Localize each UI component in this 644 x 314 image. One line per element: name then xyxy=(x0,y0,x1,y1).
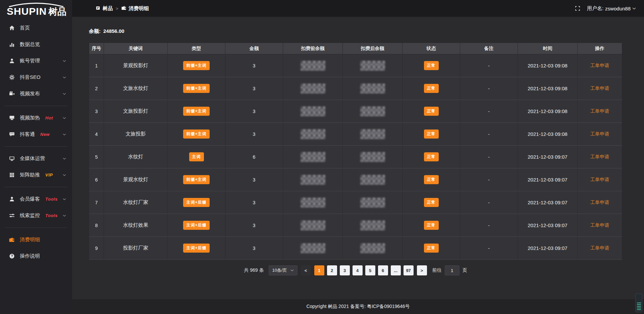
column-header: 状态 xyxy=(402,43,460,54)
column-header: 关键词 xyxy=(104,43,168,54)
side-widget[interactable] xyxy=(635,294,642,312)
type-badge: 前缀+主词 xyxy=(183,84,209,93)
cell-status: 正常 xyxy=(402,168,460,191)
cell-keyword: 投影灯厂家 xyxy=(104,237,168,260)
chevron-down-icon xyxy=(63,198,66,200)
cell-time: 2021-12-03 09:08 xyxy=(518,77,578,100)
cell-keyword: 景观投影灯 xyxy=(104,54,168,77)
cell-index: 6 xyxy=(89,168,104,191)
work-order-link[interactable]: 工单申请 xyxy=(590,86,609,91)
sidebar-item-instructions[interactable]: ? 操作说明 xyxy=(0,248,72,264)
sidebar-item-consumption-detail[interactable]: 消费明细 xyxy=(0,231,72,248)
sidebar-item-doketong[interactable]: 抖客通 New xyxy=(0,126,72,143)
user-menu[interactable]: 用户名: zswodun88 xyxy=(587,5,636,12)
column-header: 金额 xyxy=(225,43,283,54)
cell-action: 工单申请 xyxy=(578,100,622,123)
chevron-down-icon xyxy=(63,76,66,78)
cell-action: 工单申请 xyxy=(578,123,622,146)
prev-page-button[interactable]: < xyxy=(301,265,311,275)
page-button[interactable]: 3 xyxy=(340,265,350,275)
work-order-link[interactable]: 工单申请 xyxy=(590,63,609,68)
sidebar-item-data-overview[interactable]: 数据总览 xyxy=(0,36,72,53)
sidebar-item-member-burst[interactable]: 会员爆客 Tools xyxy=(0,191,72,207)
sidebar-item-label: 消费明细 xyxy=(20,237,40,243)
cell-type: 主词+后缀 xyxy=(168,214,225,237)
cell-amount: 3 xyxy=(225,191,283,214)
cell-remark: - xyxy=(460,77,518,100)
sidebar-item-matrix-boost[interactable]: 矩阵助推 VIP xyxy=(0,167,72,183)
status-badge: 正常 xyxy=(424,175,439,184)
cell-action: 工单申请 xyxy=(578,146,622,168)
work-order-link[interactable]: 工单申请 xyxy=(590,131,609,137)
status-badge: 正常 xyxy=(424,61,439,70)
redacted-balance-after xyxy=(360,198,385,208)
user-icon xyxy=(9,58,15,64)
work-order-link[interactable]: 工单申请 xyxy=(590,222,609,228)
cell-action: 工单申请 xyxy=(578,77,622,100)
work-order-link[interactable]: 工单申请 xyxy=(590,108,609,114)
cell-keyword: 文旅投影灯 xyxy=(104,100,168,123)
table-header-row: 序号关键词类型金额扣费前余额扣费后余额状态备注时间操作 xyxy=(89,43,622,54)
work-order-link[interactable]: 工单申请 xyxy=(590,154,609,159)
page-size-select[interactable]: 10条/页 xyxy=(269,265,298,275)
balance-label: 余额: xyxy=(89,28,101,34)
cell-action: 工单申请 xyxy=(578,54,622,77)
sidebar-item-label: 抖音SEO xyxy=(20,74,41,81)
sidebar-item-label: 矩阵助推 xyxy=(20,172,40,178)
sidebar-item-account[interactable]: 账号管理 xyxy=(0,53,72,69)
sidebar-item-lead-monitor[interactable]: 线索监控 Tools xyxy=(0,207,72,224)
table-row: 6 景观水纹灯 前缀+主词 3 正常 - 2021-12-03 09:07 工单… xyxy=(89,168,622,191)
page-button[interactable]: 1 xyxy=(314,265,324,275)
cell-remark: - xyxy=(460,54,518,77)
page-button[interactable]: 4 xyxy=(353,265,363,275)
chevron-down-icon xyxy=(632,7,636,10)
page-button[interactable]: 5 xyxy=(365,265,375,275)
widget-stripes-icon xyxy=(637,303,641,310)
cell-time: 2021-12-03 09:08 xyxy=(518,123,578,146)
cell-time: 2021-12-03 09:07 xyxy=(518,168,578,191)
cell-status: 正常 xyxy=(402,54,460,77)
redacted-balance-before xyxy=(301,106,325,116)
cell-type: 前缀+主词 xyxy=(168,54,225,77)
breadcrumb-root[interactable]: 树品 xyxy=(96,5,113,12)
status-badge: 正常 xyxy=(424,244,439,253)
cell-keyword: 文旅水纹灯 xyxy=(104,77,168,100)
sidebar-item-home[interactable]: 首页 xyxy=(0,20,72,36)
cell-remark: - xyxy=(460,146,518,168)
fullscreen-icon[interactable] xyxy=(575,6,580,11)
redacted-balance-after xyxy=(360,61,385,71)
cell-amount: 6 xyxy=(225,146,283,168)
sidebar-item-video-publish[interactable]: 视频发布 xyxy=(0,86,72,102)
work-order-link[interactable]: 工单申请 xyxy=(590,177,609,182)
balance: 余额:24856.00 xyxy=(89,28,622,35)
cell-keyword: 文旅投影 xyxy=(104,123,168,146)
cell-amount: 3 xyxy=(225,54,283,77)
chevron-down-icon xyxy=(63,117,66,119)
sidebar-item-douyin-seo[interactable]: 抖音SEO xyxy=(0,69,72,86)
breadcrumb-current[interactable]: 消费明细 xyxy=(121,5,149,12)
cell-balance-after xyxy=(343,191,402,214)
sidebar-item-video-heat[interactable]: 视频加热 Hot xyxy=(0,110,72,126)
wallet-icon xyxy=(9,237,15,243)
cell-action: 工单申请 xyxy=(578,214,622,237)
work-order-link[interactable]: 工单申请 xyxy=(590,200,609,205)
cell-action: 工单申请 xyxy=(578,237,622,260)
cell-amount: 3 xyxy=(225,123,283,146)
page-ellipsis-button[interactable]: ... xyxy=(391,265,401,275)
cell-type: 前缀+主词 xyxy=(168,168,225,191)
page-button[interactable]: 2 xyxy=(327,265,337,275)
work-order-link[interactable]: 工单申请 xyxy=(590,245,609,251)
sidebar-item-label: 抖客通 xyxy=(20,131,35,138)
member-icon xyxy=(9,196,15,202)
column-header: 序号 xyxy=(89,43,104,54)
next-page-button[interactable]: > xyxy=(417,265,427,275)
sidebar-item-label: 操作说明 xyxy=(20,253,40,259)
goto-page-input[interactable] xyxy=(445,265,460,275)
page-button[interactable]: 97 xyxy=(404,265,414,275)
page-button[interactable]: 6 xyxy=(378,265,388,275)
chevron-down-icon xyxy=(63,215,66,217)
type-badge: 前缀+主词 xyxy=(183,61,209,70)
sidebar-item-media-operation[interactable]: 全媒体运营 xyxy=(0,150,72,167)
cell-status: 正常 xyxy=(402,146,460,168)
redacted-balance-before xyxy=(301,198,325,208)
